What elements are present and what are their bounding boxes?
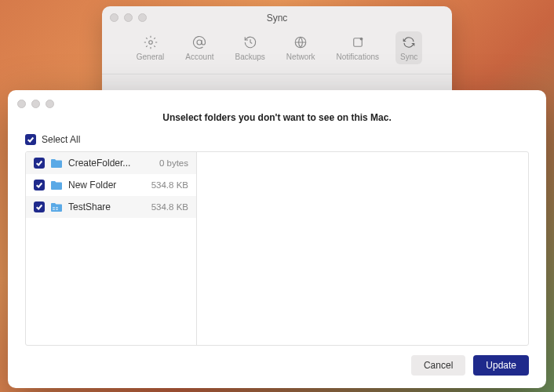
folder-table: CreateFolder... 0 bytes New Folder 534.8… <box>25 151 529 346</box>
table-row[interactable]: CreateFolder... 0 bytes <box>26 152 196 174</box>
folder-icon <box>50 158 63 169</box>
tab-notifications[interactable]: Notifications <box>332 31 384 64</box>
zoom-dot[interactable] <box>138 13 147 22</box>
detail-column <box>197 152 528 345</box>
modal-window-controls <box>17 100 54 108</box>
svg-rect-6 <box>56 207 58 209</box>
preferences-toolbar: General Account Backups Network Notifica… <box>102 31 452 74</box>
window-title: Sync <box>102 7 452 24</box>
history-icon <box>242 34 258 50</box>
tab-network[interactable]: Network <box>282 31 320 64</box>
select-all-checkbox[interactable] <box>25 134 36 145</box>
tab-sync[interactable]: Sync <box>395 31 422 64</box>
folder-checkbox[interactable] <box>34 158 45 169</box>
svg-point-1 <box>197 40 202 45</box>
minimize-dot[interactable] <box>124 13 133 22</box>
table-row[interactable]: New Folder 534.8 KB <box>26 174 196 196</box>
minimize-dot[interactable] <box>31 100 40 108</box>
folder-list-column: CreateFolder... 0 bytes New Folder 534.8… <box>26 152 197 345</box>
tab-general[interactable]: General <box>132 31 169 64</box>
folder-checkbox[interactable] <box>34 180 45 191</box>
folder-name: TestShare <box>68 201 146 212</box>
svg-rect-8 <box>56 209 58 210</box>
folder-share-icon <box>50 202 63 212</box>
folder-size: 534.8 KB <box>151 202 188 212</box>
folder-icon <box>50 180 63 191</box>
zoom-dot[interactable] <box>46 100 54 108</box>
select-all-label: Select All <box>42 134 80 145</box>
folder-size: 534.8 KB <box>151 180 188 190</box>
svg-point-4 <box>359 38 363 41</box>
at-icon <box>191 34 207 50</box>
notification-icon <box>350 34 366 50</box>
svg-rect-7 <box>53 209 55 210</box>
folder-checkbox[interactable] <box>34 201 45 212</box>
selective-sync-modal: Unselect folders you don't want to see o… <box>8 90 546 388</box>
table-row[interactable]: TestShare 534.8 KB <box>26 196 196 218</box>
tab-account[interactable]: Account <box>180 31 218 64</box>
update-button[interactable]: Update <box>473 355 529 376</box>
svg-rect-5 <box>53 207 55 209</box>
folder-size: 0 bytes <box>159 158 188 168</box>
folder-name: New Folder <box>68 180 146 191</box>
folder-name: CreateFolder... <box>68 158 154 169</box>
tab-backups[interactable]: Backups <box>230 31 269 64</box>
close-dot[interactable] <box>110 13 118 22</box>
cancel-button[interactable]: Cancel <box>411 355 465 376</box>
close-dot[interactable] <box>17 100 26 108</box>
sync-icon <box>401 34 417 50</box>
gear-icon <box>143 34 159 50</box>
modal-heading: Unselect folders you don't want to see o… <box>8 90 546 123</box>
window-controls <box>110 13 147 22</box>
globe-icon <box>293 34 308 50</box>
svg-point-0 <box>148 41 152 45</box>
